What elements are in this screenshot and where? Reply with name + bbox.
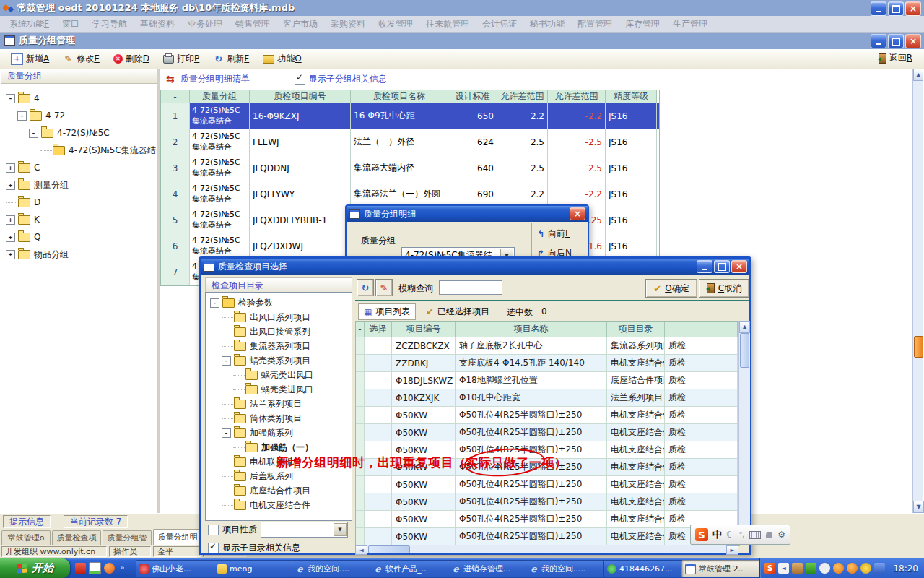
catalog-tree-node[interactable]: 底座结合件项目 xyxy=(206,483,352,498)
taskbar-task[interactable]: 进销存管理... xyxy=(448,560,528,577)
catalog-tree-node[interactable]: 电机支座结合件 xyxy=(206,498,352,512)
tree-expander-icon[interactable]: - xyxy=(222,356,231,366)
scroll-thumb[interactable] xyxy=(740,333,749,368)
window-tab[interactable]: 质量检查项 xyxy=(52,530,101,545)
menu-item[interactable]: 窗口 xyxy=(56,18,86,30)
property-combobox[interactable]: ▼ xyxy=(261,522,348,538)
clear-button[interactable]: ✎ xyxy=(375,279,393,296)
catalog-tree-node[interactable]: 后盖板系列 xyxy=(206,469,352,483)
scroll-thumb[interactable] xyxy=(914,336,923,358)
menu-item[interactable]: 基础资料 xyxy=(134,18,181,30)
cancel-button[interactable]: C取消 xyxy=(699,279,749,298)
scroll-left-icon[interactable]: ◄ xyxy=(355,545,367,555)
toolbar-button[interactable]: 修改E xyxy=(59,51,105,66)
tree-expander-icon[interactable]: - xyxy=(29,129,38,138)
quick-launch-more-icon[interactable]: » xyxy=(120,563,125,572)
item-row[interactable]: Φ50KWΦ50孔位4(R25半圆豁口)±250电机支座结合件质检 xyxy=(356,424,739,441)
tab-item-list[interactable]: ▦ 项目列表 xyxy=(358,303,416,320)
red-app-icon[interactable] xyxy=(75,563,86,574)
taskbar-task[interactable]: 常鼓管理 2.. xyxy=(681,560,762,577)
minimize-button[interactable] xyxy=(871,1,886,16)
package-icon[interactable] xyxy=(792,563,803,574)
tab-selected-items[interactable]: ✔ 已经选择项目 xyxy=(426,306,489,318)
scroll-right-icon[interactable]: ► xyxy=(726,545,738,555)
item-row[interactable]: Φ50KWΦ50孔位4(R25半圆豁口)±250电机支座结合件质检 xyxy=(356,493,739,511)
catalog-tree-node[interactable]: 加强筋（一） xyxy=(206,440,352,454)
tree-expander-icon[interactable]: - xyxy=(6,94,15,103)
catalog-tree-node[interactable]: -蜗壳类系列项目 xyxy=(206,353,352,368)
keyboard-icon[interactable] xyxy=(749,531,761,539)
media-icon[interactable] xyxy=(778,563,789,574)
catalog-tree-node[interactable]: -加强筋系列 xyxy=(206,426,352,440)
scroll-up-icon[interactable]: ▲ xyxy=(913,69,923,81)
item-row[interactable]: Φ18DJLSKWZΦ18地脚螺丝孔位置底座结合件项目质检 xyxy=(356,372,739,389)
menu-item[interactable]: 学习导航 xyxy=(86,18,134,30)
catalog-tree-node[interactable]: 出风口系列项目 xyxy=(206,310,352,324)
catalog-tree-node[interactable]: 筒体类别项目 xyxy=(206,411,352,426)
group-tree-node[interactable]: -4 xyxy=(1,90,157,107)
item-row[interactable]: Φ50KWΦ50孔位4(R25半圆豁口)±250电机支座结合件质检 xyxy=(356,476,739,493)
window-tab[interactable]: 常鼓管理o xyxy=(1,530,51,545)
toolbar-button[interactable]: 删除D xyxy=(110,51,155,66)
group-tree-node[interactable]: -4-72(S)№5C xyxy=(1,124,157,142)
detail-row[interactable]: 24-72(S)№5C集流器结合FLEWJ法兰（二）外径6242.5-2.5JS… xyxy=(161,129,659,155)
dialog-maximize-icon[interactable] xyxy=(714,260,730,273)
scroll-thumb[interactable] xyxy=(368,545,410,553)
select-cell[interactable] xyxy=(365,528,392,545)
window-tab[interactable]: 质量分组管 xyxy=(103,530,152,545)
restore-button[interactable] xyxy=(888,1,904,16)
tree-expander-icon[interactable]: + xyxy=(6,163,15,173)
menu-item[interactable]: 生产管理 xyxy=(666,18,714,30)
tree-expander-icon[interactable]: + xyxy=(6,181,15,190)
status-icon[interactable] xyxy=(860,563,871,574)
scroll-down-icon[interactable]: ▼ xyxy=(913,501,924,513)
taskbar-task[interactable]: 我的空间..... xyxy=(526,560,606,577)
group-tree-node[interactable]: +C xyxy=(1,159,157,176)
child-maximize-button[interactable] xyxy=(888,34,904,48)
show-sub-checkbox[interactable] xyxy=(208,543,219,553)
tree-expander-icon[interactable]: - xyxy=(222,428,231,438)
catalog-tree-node[interactable]: 法兰系列项目 xyxy=(206,397,352,411)
return-button[interactable]: 返回R xyxy=(879,52,912,64)
child-minimize-button[interactable] xyxy=(871,34,886,48)
menu-item[interactable]: 会计凭证 xyxy=(476,18,523,30)
network-icon[interactable] xyxy=(874,563,885,574)
refresh-button[interactable] xyxy=(357,279,374,296)
item-row[interactable]: Φ50KWΦ50孔位4(R25半圆豁口)±250电机支座结合件质检 xyxy=(356,511,739,528)
select-cell[interactable] xyxy=(365,337,392,355)
tree-expander-icon[interactable]: - xyxy=(17,111,27,121)
group-tree-node[interactable]: +物品分组 xyxy=(1,246,157,263)
forward-button[interactable]: ↰ 向前L xyxy=(537,228,570,240)
group-tree-node[interactable]: +K xyxy=(1,211,157,228)
qq-icon[interactable] xyxy=(847,563,858,574)
group-tree-node[interactable]: +Q xyxy=(1,228,157,246)
group-tree-node[interactable]: 4-72(S)№5C集流器结合 xyxy=(1,142,157,159)
toolbar-button[interactable]: 打印P xyxy=(160,51,205,66)
menu-item[interactable]: 库存管理 xyxy=(619,18,666,30)
select-cell[interactable] xyxy=(365,407,392,424)
select-cell[interactable] xyxy=(365,424,392,441)
taskbar-task[interactable]: 佛山小老... xyxy=(136,560,217,577)
main-vscrollbar[interactable]: ▲ ▼ xyxy=(912,69,923,513)
dialog-minimize-icon[interactable] xyxy=(697,260,712,273)
select-cell[interactable] xyxy=(365,355,392,372)
moon-icon[interactable] xyxy=(726,530,734,540)
item-row[interactable]: Φ50KWΦ50孔位4(R25半圆豁口)±250电机支座结合件质检 xyxy=(356,528,739,545)
tree-expander-icon[interactable]: + xyxy=(6,250,15,259)
messenger-icon[interactable] xyxy=(819,563,830,574)
select-cell[interactable] xyxy=(365,493,392,511)
start-button[interactable]: 开始 xyxy=(0,558,70,578)
dialog-close-icon[interactable]: × xyxy=(570,207,585,220)
menu-item[interactable]: 秘书功能 xyxy=(523,18,571,30)
picture-icon[interactable] xyxy=(89,562,101,574)
ime-bar[interactable]: S 中 xyxy=(690,525,790,545)
select-cell[interactable] xyxy=(365,476,392,493)
close-button[interactable]: × xyxy=(905,1,921,16)
toolbar-button[interactable]: 功能O xyxy=(259,51,307,66)
window-tab[interactable]: 质量分组明 xyxy=(153,529,202,545)
scroll-up-icon[interactable]: ▲ xyxy=(739,321,750,333)
toolbar-button[interactable]: 刷新F xyxy=(209,51,255,66)
menu-item[interactable]: 客户市场 xyxy=(276,18,324,30)
wrench-icon[interactable] xyxy=(777,530,785,540)
green-app-icon[interactable] xyxy=(806,563,816,574)
